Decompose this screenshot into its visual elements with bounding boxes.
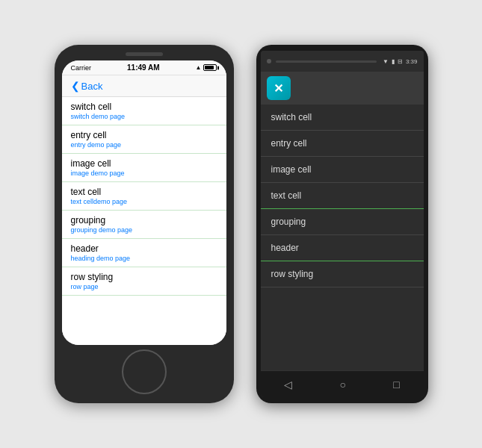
list-item[interactable]: row styling [261, 261, 424, 287]
app-icon-symbol: ✕ [274, 81, 283, 96]
item-title: entry cell [271, 138, 307, 149]
ios-home-button[interactable] [122, 349, 167, 394]
camera-icon [267, 59, 271, 63]
ios-speaker [126, 52, 163, 56]
list-item[interactable]: switch cell switch demo page [62, 97, 226, 125]
ios-list: switch cell switch demo page entry cell … [62, 97, 226, 345]
list-item[interactable]: image cell image demo page [62, 154, 226, 182]
ios-time: 11:49 AM [127, 63, 160, 72]
item-title: header [71, 243, 217, 254]
item-subtitle: grouping demo page [71, 226, 217, 234]
item-title: image cell [271, 164, 312, 175]
item-subtitle: image demo page [71, 169, 217, 177]
ios-phone: Carrier 11:49 AM ▲ ❮ Back switch cell sw… [55, 45, 234, 403]
item-title: row styling [71, 272, 217, 282]
item-title: switch cell [271, 112, 312, 122]
chevron-left-icon: ❮ [71, 80, 80, 92]
signal-icon: ▮ [392, 58, 395, 65]
list-item[interactable]: entry cell entry demo page [62, 125, 226, 154]
item-title: entry cell [71, 130, 217, 140]
android-top-bar: ▼ ▮ ⊟ 3:39 [261, 51, 424, 72]
list-item[interactable]: text cell [261, 183, 424, 209]
back-label: Back [81, 81, 103, 92]
wifi-icon: ▲ [196, 64, 202, 71]
item-subtitle: heading demo page [71, 255, 217, 262]
app-icon: ✕ [267, 76, 291, 100]
android-phone: ▼ ▮ ⊟ 3:39 ✕ switch cellentry cellimage … [256, 45, 428, 403]
home-nav-icon[interactable]: ○ [340, 379, 346, 391]
list-item[interactable]: row styling row page [62, 267, 226, 296]
item-subtitle: text celldemo page [71, 198, 217, 205]
back-nav-icon[interactable]: ◁ [284, 379, 292, 391]
item-title: row styling [271, 269, 314, 279]
item-title: grouping [271, 217, 306, 227]
item-title: text cell [271, 190, 302, 201]
ios-status-icons: ▲ [196, 64, 217, 71]
battery-icon [203, 64, 217, 71]
back-button[interactable]: ❮ Back [71, 80, 103, 92]
android-app-bar: ✕ [261, 72, 424, 105]
wifi-icon: ▼ [383, 58, 389, 65]
android-screen: ▼ ▮ ⊟ 3:39 ✕ switch cellentry cellimage … [261, 51, 424, 397]
ios-carrier: Carrier [71, 64, 92, 72]
android-nav-bar: ◁ ○ □ [261, 370, 424, 397]
list-item[interactable]: switch cell [261, 105, 424, 131]
android-list: switch cellentry cellimage celltext cell… [261, 105, 424, 370]
list-item[interactable]: grouping grouping demo page [62, 211, 226, 239]
ios-screen: Carrier 11:49 AM ▲ ❮ Back switch cell sw… [62, 60, 226, 345]
list-item[interactable]: text cell text celldemo page [62, 182, 226, 211]
list-item[interactable]: entry cell [261, 131, 424, 157]
list-item[interactable]: header heading demo page [62, 239, 226, 267]
item-title: switch cell [71, 102, 217, 112]
list-item[interactable]: image cell [261, 157, 424, 183]
android-time: 3:39 [406, 58, 418, 65]
item-title: image cell [71, 158, 217, 169]
item-title: text cell [71, 187, 217, 197]
item-subtitle: switch demo page [71, 113, 217, 120]
ios-nav-bar: ❮ Back [62, 75, 226, 97]
android-status-icons: ▼ ▮ ⊟ 3:39 [383, 58, 418, 65]
recents-nav-icon[interactable]: □ [393, 379, 399, 391]
speaker-icon [276, 60, 377, 63]
battery-icon: ⊟ [398, 58, 403, 65]
ios-status-bar: Carrier 11:49 AM ▲ [62, 60, 226, 75]
list-item[interactable]: header [261, 235, 424, 261]
item-subtitle: entry demo page [71, 141, 217, 149]
item-subtitle: row page [71, 283, 217, 290]
item-title: grouping [71, 215, 217, 225]
list-item[interactable]: grouping [261, 209, 424, 235]
item-title: header [271, 243, 299, 253]
